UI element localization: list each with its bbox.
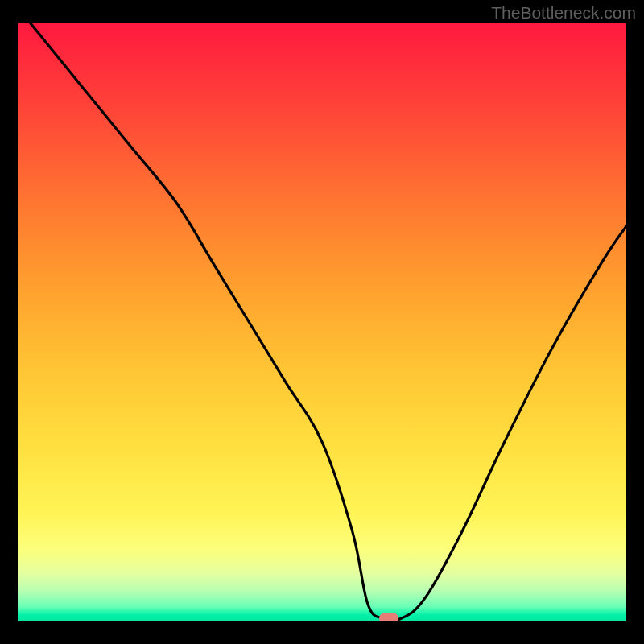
chart-frame: TheBottleneck.com — [0, 0, 644, 644]
watermark-text: TheBottleneck.com — [491, 3, 636, 23]
plot-area — [18, 23, 626, 621]
bottleneck-curve — [18, 23, 626, 621]
optimal-point-marker — [379, 613, 398, 621]
